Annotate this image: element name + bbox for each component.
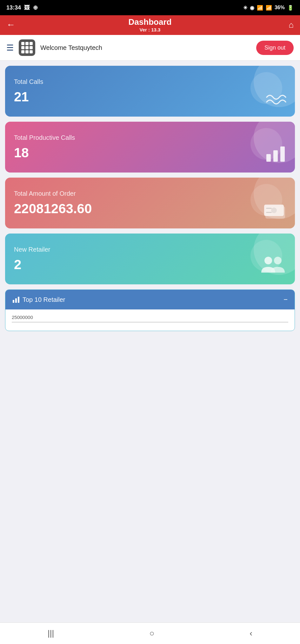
back-button[interactable]: ← xyxy=(6,20,15,30)
status-bar-left: 13:34 🖼 ⊕ xyxy=(6,4,38,11)
bottom-nav-back[interactable]: ‹ xyxy=(250,628,252,638)
svg-rect-7 xyxy=(266,212,272,213)
total-calls-title: Total Calls xyxy=(14,78,286,85)
total-amount-value: 22081263.60 xyxy=(14,201,286,216)
signal-icon: 📶 xyxy=(266,5,272,11)
svg-point-5 xyxy=(271,207,277,213)
total-productive-value: 18 xyxy=(14,145,286,160)
retailer-section-title: Top 10 Retailer xyxy=(23,296,65,303)
svg-rect-2 xyxy=(280,146,285,162)
bluetooth-icon: ✳ xyxy=(243,5,247,11)
header-center: Dashboard Ver : 13.3 xyxy=(129,17,172,32)
status-whatsapp-icon: ⊕ xyxy=(33,4,38,11)
header-version: Ver : 13.3 xyxy=(129,27,172,32)
total-amount-card[interactable]: Total Amount of Order 22081263.60 xyxy=(5,178,295,228)
total-calls-value: 21 xyxy=(14,89,286,105)
bottom-nav: ||| ○ ‹ xyxy=(0,622,300,644)
new-retailer-card[interactable]: New Retailer 2 xyxy=(5,234,295,284)
retailer-card-header: Top 10 Retailer − xyxy=(5,290,295,309)
logo-dots xyxy=(21,42,33,53)
status-bar: 13:34 🖼 ⊕ ✳ ◉ 📶 📶 36% 🔋 xyxy=(0,0,300,15)
total-calls-card[interactable]: Total Calls 21 xyxy=(5,66,295,117)
bar-chart-icon xyxy=(12,296,19,303)
top-nav: ☰ Welcome Testquytech Sign out xyxy=(0,35,300,61)
people-icon xyxy=(259,255,287,278)
app-header: ← Dashboard Ver : 13.3 ⌂ xyxy=(0,15,300,35)
svg-rect-11 xyxy=(15,298,17,303)
app-logo xyxy=(19,39,35,56)
svg-rect-10 xyxy=(13,300,14,303)
total-productive-title: Total Productive Calls xyxy=(14,134,286,141)
header-title: Dashboard xyxy=(129,17,172,27)
bottom-nav-recent[interactable]: ||| xyxy=(48,628,54,638)
chart-line xyxy=(12,322,288,322)
money-icon xyxy=(263,202,287,222)
new-retailer-value: 2 xyxy=(14,257,286,272)
wave-icon xyxy=(265,91,287,110)
collapse-button[interactable]: − xyxy=(283,295,288,304)
new-retailer-title: New Retailer xyxy=(14,246,286,253)
battery-icon: 🔋 xyxy=(287,5,294,11)
signout-button[interactable]: Sign out xyxy=(256,41,294,55)
svg-point-8 xyxy=(264,257,272,264)
status-bar-right: ✳ ◉ 📶 📶 36% 🔋 xyxy=(243,5,294,11)
svg-rect-6 xyxy=(266,208,272,209)
svg-rect-1 xyxy=(273,150,278,162)
top-retailer-card: Top 10 Retailer − 25000000 xyxy=(5,289,295,331)
svg-rect-12 xyxy=(18,297,19,303)
svg-point-9 xyxy=(274,257,282,264)
status-photo-icon: 🖼 xyxy=(24,4,30,11)
retailer-header-left: Top 10 Retailer xyxy=(12,296,65,303)
bottom-nav-home[interactable]: ○ xyxy=(149,628,154,638)
welcome-text: Welcome Testquytech xyxy=(40,44,251,51)
svg-rect-0 xyxy=(266,154,271,162)
hamburger-menu[interactable]: ☰ xyxy=(6,43,14,53)
wifi-icon: 📶 xyxy=(257,5,263,11)
total-amount-title: Total Amount of Order xyxy=(14,190,286,197)
main-content: Total Calls 21 Total Productive Calls 18… xyxy=(0,61,300,336)
retailer-chart-area: 25000000 xyxy=(5,309,295,331)
total-productive-card[interactable]: Total Productive Calls 18 xyxy=(5,122,295,173)
battery-level: 36% xyxy=(275,5,285,10)
chart-label: 25000000 xyxy=(12,315,288,320)
status-time: 13:34 xyxy=(6,4,21,11)
location-icon: ◉ xyxy=(250,5,254,11)
bars-icon xyxy=(265,145,287,166)
home-button[interactable]: ⌂ xyxy=(289,20,294,30)
